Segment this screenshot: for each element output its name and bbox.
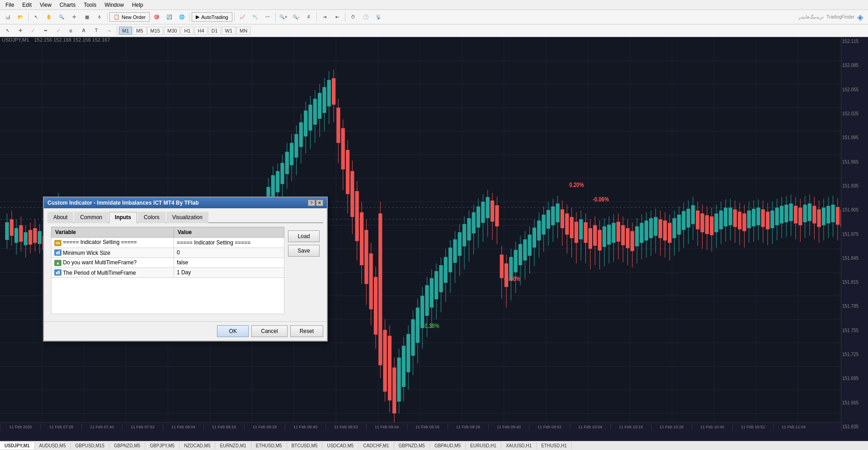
tf-m30[interactable]: M30 [164, 27, 180, 35]
load-button[interactable]: Load [288, 230, 320, 242]
tf-mn[interactable]: MN [236, 27, 250, 35]
custom-indicator-dialog[interactable]: Custom Indicator - Immidate Imbalances I… [43, 197, 328, 342]
toolbar-btn3[interactable]: 🎯 [151, 12, 162, 23]
table-row[interactable]: The Period of MultiTimeFrame 1 Day [52, 267, 284, 277]
toolbar-btn-chart-type-candle[interactable]: 🕯 [94, 12, 105, 23]
row2-value[interactable]: 0 [174, 248, 284, 258]
draw-cursor[interactable]: ↖ [2, 25, 14, 36]
menu-file[interactable]: File [2, 1, 18, 9]
tf-d1[interactable]: D1 [208, 27, 221, 35]
tab-inputs[interactable]: Inputs [109, 212, 137, 223]
toolbar-btn-crosshair[interactable]: ✛ [68, 12, 80, 23]
svg-rect-382 [808, 203, 811, 221]
time-label-4: 11 Feb 08:04 [163, 424, 203, 430]
toolbar-btn4[interactable]: 🔄 [163, 12, 175, 23]
status-tab-gbpusd-m15[interactable]: GBPUSD,M15 [71, 442, 109, 449]
toolbar-open[interactable]: 📂 [14, 12, 26, 23]
dialog-bottom: OK Cancel Reset [44, 321, 327, 341]
ok-button[interactable]: OK [217, 325, 249, 337]
status-tab-ethusd-h1[interactable]: ETHUSD,H1 [537, 442, 572, 449]
draw-crosshair[interactable]: ✛ [14, 25, 26, 36]
tab-about[interactable]: About [47, 212, 73, 223]
toolbar-zoom-in[interactable]: 🔍+ [278, 12, 289, 23]
draw-hline[interactable]: ━ [40, 25, 52, 36]
toolbar-new-chart[interactable]: 📊 [2, 12, 14, 23]
status-tab-usdcad-m5[interactable]: USDCAD,M5 [322, 442, 359, 449]
tf-h1[interactable]: H1 [181, 27, 193, 35]
toolbar-period[interactable]: ⏱ [347, 12, 359, 23]
status-tab-ethusd-m5[interactable]: ETHUSD,M5 [251, 442, 287, 449]
price-level-6: 151.965 [842, 159, 867, 164]
table-row[interactable]: ▲ Do you want MultiTimeFrame? false [52, 258, 284, 267]
tf-h4[interactable]: H4 [194, 27, 207, 35]
draw-text[interactable]: A [78, 25, 90, 36]
toolbar-period3[interactable]: 📡 [373, 12, 384, 23]
tab-visualization[interactable]: Visualization [166, 212, 208, 223]
dialog-titlebar[interactable]: Custom Indicator - Immidate Imbalances I… [44, 197, 327, 208]
status-tab-eurnzd-m1[interactable]: EURNZD,M1 [215, 442, 251, 449]
menu-tools[interactable]: Tools [80, 1, 100, 9]
menu-window[interactable]: Window [101, 1, 127, 9]
reset-button[interactable]: Reset [290, 325, 323, 337]
toolbar-btn5[interactable]: 🌐 [176, 12, 188, 23]
tf-m1[interactable]: M1 [119, 27, 132, 35]
toolbar-chart-scroll[interactable]: ⇤ [331, 12, 343, 23]
logo-text: تریدینگ‌فایندر [798, 14, 824, 19]
menu-charts[interactable]: Charts [56, 1, 79, 9]
toolbar-grid[interactable]: # [303, 12, 315, 23]
price-level-9: 151.875 [842, 232, 867, 237]
time-label-14: 11 Feb 10:04 [570, 424, 610, 430]
row3-value[interactable]: false [174, 258, 284, 267]
menu-view[interactable]: View [36, 1, 55, 9]
col-value: Value [174, 227, 284, 238]
status-tab-gbpnzd-m5-2[interactable]: GBPNZD,M5 [394, 442, 430, 449]
toolbar-btn-arrow[interactable]: ↖ [30, 12, 42, 23]
status-tab-xauusd-h1[interactable]: XAUUSD,H1 [501, 442, 537, 449]
tab-common[interactable]: Common [74, 212, 108, 223]
sep7 [345, 13, 345, 22]
draw-channel[interactable]: ⫼ [65, 25, 77, 36]
status-tab-nzdcad-m5[interactable]: NZDCAD,M5 [179, 442, 215, 449]
toolbar-indicators3[interactable]: 〰 [262, 12, 274, 23]
draw-line[interactable]: ⟋ [27, 25, 39, 36]
status-tab-btcusd-m5[interactable]: BTCUSD,M5 [287, 442, 323, 449]
toolbar-period2[interactable]: 🕐 [360, 12, 372, 23]
new-order-button[interactable]: 📋 New Order [109, 12, 150, 22]
status-tab-gbpaud-m5[interactable]: GBPAUD,M5 [430, 442, 466, 449]
dialog-help-button[interactable]: ? [308, 200, 315, 206]
time-label-1: 11 Feb 07:28 [41, 424, 81, 430]
status-tab-eurusd-h1[interactable]: EURUSD,H1 [466, 442, 501, 449]
table-row[interactable]: Minimum Wick Size 0 [52, 248, 284, 258]
table-row[interactable]: ab ===== Indicator Setting ===== ===== I… [52, 238, 284, 248]
toolbar-btn-zoom-sel[interactable]: 🔍 [56, 12, 67, 23]
row3-icon: ▲ [54, 260, 61, 266]
menu-help[interactable]: Help [128, 1, 147, 9]
toolbar-indicators2[interactable]: 📉 [249, 12, 261, 23]
status-tab-usdjpy-m1[interactable]: USDJPY,M1 [0, 442, 35, 449]
toolbar-btn-chart-type-bar[interactable]: ▦ [81, 12, 93, 23]
dialog-close-button[interactable]: ✕ [316, 200, 323, 206]
tf-m5[interactable]: M5 [133, 27, 146, 35]
cancel-button[interactable]: Cancel [251, 325, 287, 337]
status-tab-cadchf-m1[interactable]: CADCHF,M1 [359, 442, 394, 449]
toolbar-btn-hand[interactable]: ✋ [43, 12, 55, 23]
tf-w1[interactable]: W1 [222, 27, 236, 35]
tab-colors[interactable]: Colors [138, 212, 165, 223]
svg-rect-194 [369, 253, 373, 309]
toolbar-indicators[interactable]: 📈 [236, 12, 248, 23]
status-tab-gbpjpy-m5[interactable]: GBPJPY,M5 [145, 442, 179, 449]
draw-trend[interactable]: ⟋ [52, 25, 64, 36]
row4-value[interactable]: 1 Day [174, 267, 284, 277]
svg-rect-240 [476, 206, 480, 228]
autotrading-button[interactable]: ▶ AutoTrading [192, 12, 232, 22]
toolbar-chart-shift[interactable]: ⇥ [319, 12, 330, 23]
svg-rect-394 [836, 207, 840, 225]
menu-edit[interactable]: Edit [19, 1, 35, 9]
draw-label[interactable]: T [90, 25, 102, 36]
status-tab-audusd-m5[interactable]: AUDUSD,M5 [35, 442, 71, 449]
draw-arrow[interactable]: → [103, 25, 115, 36]
tf-m15[interactable]: M15 [147, 27, 163, 35]
toolbar-zoom-out[interactable]: 🔍- [290, 12, 302, 23]
status-tab-gbpnzd-m5[interactable]: GBPNZD,M5 [109, 442, 145, 449]
save-button[interactable]: Save [288, 245, 320, 257]
